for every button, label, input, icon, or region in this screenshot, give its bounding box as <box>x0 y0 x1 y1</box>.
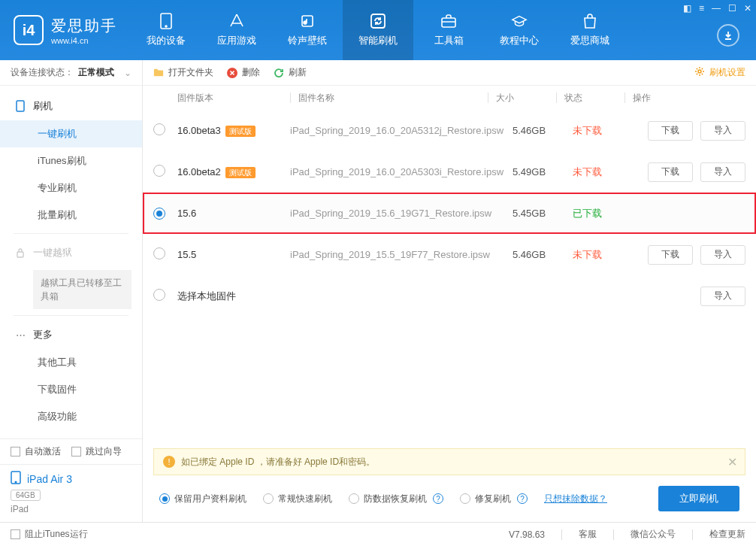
download-button[interactable]: 下载 <box>648 245 693 265</box>
svg-point-10 <box>698 70 701 73</box>
opt-regular[interactable]: 常规快速刷机 <box>263 493 332 505</box>
delete-button[interactable]: 删除 <box>227 66 260 79</box>
main-nav: 我的设备 应用游戏 铃声壁纸 智能刷机 工具箱 教程中心 爱思商城 <box>131 0 625 60</box>
auto-activate-checkbox[interactable]: 自动激活 <box>11 445 61 458</box>
table-row[interactable]: 16.0beta2测试版iPad_Spring_2019_16.0_20A530… <box>143 151 756 193</box>
table-row[interactable]: 15.6iPad_Spring_2019_15.6_19G71_Restore.… <box>143 193 756 234</box>
table-row[interactable]: 15.5iPad_Spring_2019_15.5_19F77_Restore.… <box>143 234 756 275</box>
nav-device[interactable]: 我的设备 <box>131 0 201 60</box>
table-row[interactable]: 16.0beta3测试版iPad_Spring_2019_16.0_20A531… <box>143 110 756 151</box>
svg-point-1 <box>165 26 167 27</box>
sidebar-item-pro[interactable]: 专业刷机 <box>0 174 142 202</box>
sidebar-item-other[interactable]: 其他工具 <box>0 349 142 376</box>
firmware-size: 5.49GB <box>513 166 573 177</box>
firmware-name: iPad_Spring_2019_15.5_19F77_Restore.ipsw <box>290 249 513 260</box>
download-button[interactable]: 下载 <box>648 121 693 141</box>
import-button[interactable]: 导入 <box>700 245 745 265</box>
beta-badge: 测试版 <box>225 167 256 178</box>
firmware-version: 16.0beta3 <box>177 125 221 136</box>
update-link[interactable]: 检查更新 <box>709 528 745 541</box>
skip-guide-checkbox[interactable]: 跳过向导 <box>71 445 122 458</box>
refresh-button[interactable]: 刷新 <box>274 66 307 79</box>
nav-apps[interactable]: 应用游戏 <box>201 0 272 60</box>
firmware-status: 未下载 <box>573 248 633 262</box>
phone-flash-icon <box>15 101 26 111</box>
opt-anti-recovery[interactable]: 防数据恢复刷机? <box>349 493 443 505</box>
row-radio[interactable] <box>153 208 165 220</box>
gear-icon <box>694 66 705 79</box>
lock-icon <box>15 247 26 258</box>
firmware-rows: 16.0beta3测试版iPad_Spring_2019_16.0_20A531… <box>143 110 756 317</box>
win-min-icon[interactable]: ― <box>712 3 721 14</box>
nav-tutorials[interactable]: 教程中心 <box>484 0 555 60</box>
close-icon[interactable]: ✕ <box>727 455 737 469</box>
flash-now-button[interactable]: 立即刷机 <box>658 486 739 511</box>
nav-flash[interactable]: 智能刷机 <box>343 0 413 60</box>
flash-settings-button[interactable]: 刷机设置 <box>694 66 745 79</box>
svg-rect-6 <box>17 252 23 257</box>
th-name: 固件名称 <box>298 92 488 105</box>
chevron-down-icon[interactable]: ⌄ <box>124 68 132 78</box>
import-button[interactable]: 导入 <box>700 121 745 141</box>
sidebar-group-flash[interactable]: 刷机 <box>0 92 142 120</box>
download-indicator-icon[interactable] <box>717 24 739 47</box>
row-radio[interactable] <box>153 123 165 135</box>
svg-rect-4 <box>442 18 455 27</box>
sidebar-item-download[interactable]: 下载固件 <box>0 376 142 403</box>
sidebar-item-advanced[interactable]: 高级功能 <box>0 403 142 430</box>
th-size: 大小 <box>496 92 556 105</box>
table-row-local[interactable]: 选择本地固件导入 <box>143 275 756 317</box>
sidebar: 设备连接状态： 正常模式 ⌄ 刷机 一键刷机 iTunes刷机 专业刷机 批量刷… <box>0 60 143 522</box>
firmware-size: 5.45GB <box>513 208 573 219</box>
app-header: i4 爱思助手 www.i4.cn 我的设备 应用游戏 铃声壁纸 智能刷机 工具… <box>0 0 756 60</box>
nav-ringtones[interactable]: 铃声壁纸 <box>272 0 343 60</box>
svg-rect-5 <box>17 101 24 111</box>
block-itunes-checkbox[interactable]: 阻止iTunes运行 <box>11 528 88 541</box>
support-link[interactable]: 客服 <box>579 528 597 541</box>
nav-toolbox[interactable]: 工具箱 <box>413 0 484 60</box>
toolbox-icon <box>440 13 457 29</box>
select-local-label: 选择本地固件 <box>177 290 290 303</box>
warning-icon: ! <box>163 456 175 468</box>
th-status: 状态 <box>564 92 624 105</box>
import-button[interactable]: 导入 <box>700 162 745 182</box>
sidebar-item-oneclick[interactable]: 一键刷机 <box>0 120 142 147</box>
row-radio[interactable] <box>153 289 165 301</box>
sidebar-item-itunes[interactable]: iTunes刷机 <box>0 147 142 174</box>
beta-badge: 测试版 <box>225 126 256 137</box>
music-icon <box>299 13 316 29</box>
logo: i4 爱思助手 www.i4.cn <box>0 15 131 45</box>
row-radio[interactable] <box>153 247 165 259</box>
folder-icon <box>153 68 164 78</box>
download-button[interactable]: 下载 <box>648 162 693 182</box>
wechat-link[interactable]: 微信公众号 <box>631 528 676 541</box>
open-folder-button[interactable]: 打开文件夹 <box>153 66 213 79</box>
win-skin-icon[interactable]: ◧ <box>683 3 691 14</box>
win-menu-icon[interactable]: ≡ <box>699 3 704 14</box>
phone-icon <box>158 13 174 29</box>
opt-repair[interactable]: 修复刷机? <box>460 493 528 505</box>
connection-status: 设备连接状态： 正常模式 ⌄ <box>0 60 142 86</box>
firmware-size: 5.46GB <box>513 125 573 136</box>
version-label: V7.98.63 <box>509 529 545 540</box>
svg-point-8 <box>15 481 17 483</box>
firmware-name: iPad_Spring_2019_15.6_19G71_Restore.ipsw <box>290 208 513 219</box>
erase-link[interactable]: 只想抹除数据？ <box>544 493 607 505</box>
import-button[interactable]: 导入 <box>700 287 745 306</box>
win-close-icon[interactable]: ✕ <box>744 3 751 14</box>
opt-keep-data[interactable]: 保留用户资料刷机 <box>159 493 246 505</box>
sidebar-item-batch[interactable]: 批量刷机 <box>0 202 142 229</box>
help-icon[interactable]: ? <box>517 493 528 504</box>
firmware-version: 15.5 <box>177 249 196 260</box>
firmware-status: 未下载 <box>573 165 633 179</box>
toolbar: 打开文件夹 删除 刷新 刷机设置 <box>143 60 756 86</box>
th-version: 固件版本 <box>177 92 290 105</box>
firmware-name: iPad_Spring_2019_16.0_20A5312j_Restore.i… <box>290 125 513 136</box>
help-icon[interactable]: ? <box>433 493 443 504</box>
sidebar-group-more[interactable]: ⋯更多 <box>0 320 142 349</box>
nav-store[interactable]: 爱思商城 <box>555 0 625 60</box>
refresh-square-icon <box>370 13 386 29</box>
win-max-icon[interactable]: ☐ <box>728 3 736 14</box>
refresh-icon <box>274 68 284 78</box>
row-radio[interactable] <box>153 165 165 177</box>
